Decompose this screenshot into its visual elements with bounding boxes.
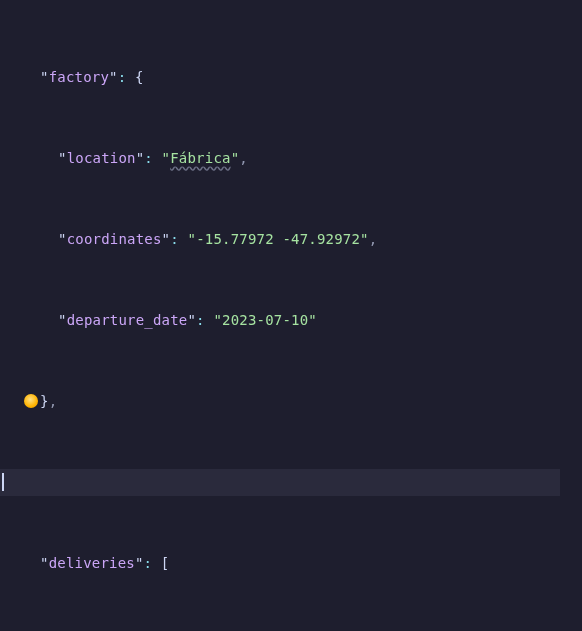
code-line: "coordinates": "-15.77972 -47.92972",: [22, 226, 582, 253]
code-editor[interactable]: "factory": { "location": "Fábrica", "coo…: [0, 0, 582, 631]
code-line: },: [22, 388, 582, 415]
current-line-highlight: [0, 469, 560, 496]
code-line: "deliveries": [: [22, 550, 582, 577]
code-line: "factory": {: [22, 64, 582, 91]
code-line: "location": "Fábrica",: [22, 145, 582, 172]
lightbulb-icon[interactable]: [24, 394, 38, 408]
text-cursor: [2, 473, 4, 491]
code-line: "departure_date": "2023-07-10": [22, 307, 582, 334]
